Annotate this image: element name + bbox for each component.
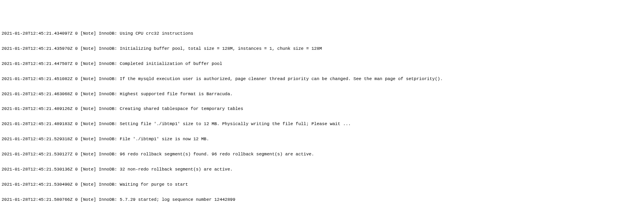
log-line: 2021-01-28T12:45:21.435970Z 0 [Note] Inn… bbox=[2, 46, 642, 51]
log-line: 2021-01-28T12:45:21.580766Z 0 [Note] Inn… bbox=[2, 197, 642, 202]
log-line: 2021-01-28T12:45:21.489126Z 0 [Note] Inn… bbox=[2, 106, 642, 112]
log-line: 2021-01-28T12:45:21.451082Z 0 [Note] Inn… bbox=[2, 76, 642, 82]
log-line: 2021-01-28T12:45:21.530490Z 0 [Note] Inn… bbox=[2, 182, 642, 187]
log-line: 2021-01-28T12:45:21.434097Z 0 [Note] Inn… bbox=[2, 31, 642, 36]
log-line: 2021-01-28T12:45:21.530136Z 0 [Note] Inn… bbox=[2, 167, 642, 172]
log-line: 2021-01-28T12:45:21.529318Z 0 [Note] Inn… bbox=[2, 137, 642, 142]
log-line: 2021-01-28T12:45:21.530127Z 0 [Note] Inn… bbox=[2, 152, 642, 157]
log-line: 2021-01-28T12:45:21.463068Z 0 [Note] Inn… bbox=[2, 92, 642, 97]
log-line: 2021-01-28T12:45:21.447507Z 0 [Note] Inn… bbox=[2, 61, 642, 67]
log-output: 2021-01-28T12:45:21.434097Z 0 [Note] Inn… bbox=[2, 21, 642, 204]
log-line: 2021-01-28T12:45:21.489183Z 0 [Note] Inn… bbox=[2, 122, 642, 127]
